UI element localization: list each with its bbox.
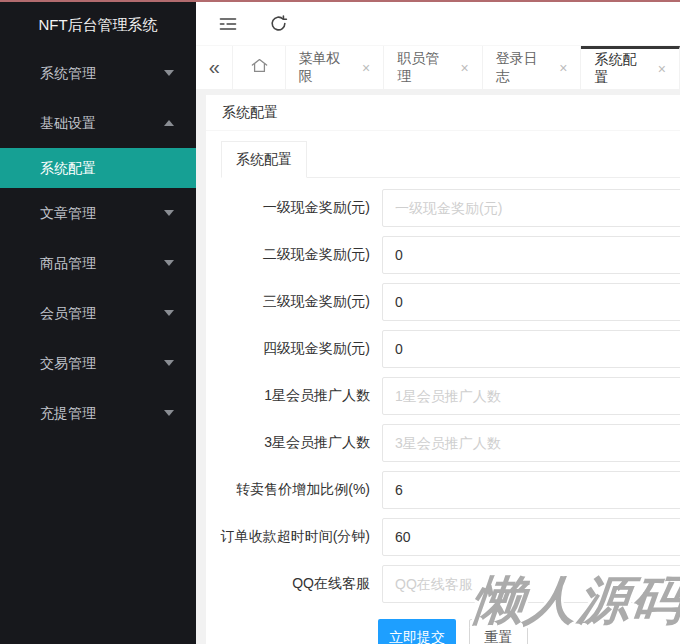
close-icon[interactable]: × xyxy=(461,61,469,75)
field-label: 3星会员推广人数 xyxy=(206,434,382,452)
top-accent-line xyxy=(0,0,680,2)
chevron-up-icon xyxy=(164,120,174,126)
sidebar-nav: 系统管理基础设置系统配置文章管理商品管理会员管理交易管理充提管理 xyxy=(0,48,196,438)
tab-item[interactable]: 登录日志× xyxy=(483,46,582,89)
form-row: 转卖售价增加比例(%) xyxy=(206,471,680,509)
sidebar-item[interactable]: 基础设置 xyxy=(0,98,196,148)
form-row: 订单收款超时时间(分钟) xyxy=(206,518,680,556)
card-title: 系统配置 xyxy=(206,95,680,131)
form-row: 二级现金奖励(元) xyxy=(206,236,680,274)
sidebar-item-label: 会员管理 xyxy=(40,305,96,321)
sidebar-item[interactable]: 文章管理 xyxy=(0,188,196,238)
form-actions: 立即提交 重置 xyxy=(378,619,680,644)
chevron-down-icon xyxy=(164,70,174,76)
tab-bar: « 菜单权限×职员管理×登录日志×系统配置× xyxy=(196,46,680,90)
card-body: 系统配置 一级现金奖励(元)二级现金奖励(元)三级现金奖励(元)四级现金奖励(元… xyxy=(206,131,680,644)
content-area: 系统配置 系统配置 一级现金奖励(元)二级现金奖励(元)三级现金奖励(元)四级现… xyxy=(196,89,680,644)
sidebar-subitem[interactable]: 系统配置 xyxy=(0,148,196,188)
field-input[interactable] xyxy=(382,189,680,227)
form-row: 1星会员推广人数 xyxy=(206,377,680,415)
field-label: 二级现金奖励(元) xyxy=(206,246,382,264)
sidebar-item-label: 充提管理 xyxy=(40,405,96,421)
close-icon[interactable]: × xyxy=(658,62,666,76)
field-label: 1星会员推广人数 xyxy=(206,387,382,405)
chevron-down-icon xyxy=(164,210,174,216)
tabs-collapse-button[interactable]: « xyxy=(196,46,233,89)
inner-tab-strip: 系统配置 xyxy=(221,141,680,178)
sidebar-item[interactable]: 交易管理 xyxy=(0,338,196,388)
toolbar xyxy=(196,2,680,46)
field-input[interactable] xyxy=(382,377,680,415)
shrink-menu-icon xyxy=(218,14,238,34)
sidebar-item-label: 商品管理 xyxy=(40,255,96,271)
field-input[interactable] xyxy=(382,236,680,274)
shrink-menu-button[interactable] xyxy=(208,2,248,45)
form-row: 3星会员推广人数 xyxy=(206,424,680,462)
close-icon[interactable]: × xyxy=(362,61,370,75)
sidebar-item-label: 系统管理 xyxy=(40,65,96,81)
sidebar-item[interactable]: 会员管理 xyxy=(0,288,196,338)
form-row: 一级现金奖励(元) xyxy=(206,189,680,227)
field-input[interactable] xyxy=(382,518,680,556)
tab-label: 菜单权限 xyxy=(299,50,353,86)
sidebar-item[interactable]: 商品管理 xyxy=(0,238,196,288)
sidebar: NFT后台管理系统 系统管理基础设置系统配置文章管理商品管理会员管理交易管理充提… xyxy=(0,2,196,644)
tab-label: 职员管理 xyxy=(397,50,451,86)
main-area: « 菜单权限×职员管理×登录日志×系统配置× 系统配置 系统配置 一级现金奖励(… xyxy=(196,2,680,644)
field-label: QQ在线客服 xyxy=(206,575,382,593)
refresh-icon xyxy=(269,14,288,33)
submit-button[interactable]: 立即提交 xyxy=(378,619,456,644)
form-row: QQ在线客服 xyxy=(206,565,680,603)
sidebar-item-label: 基础设置 xyxy=(40,115,96,131)
field-input[interactable] xyxy=(382,471,680,509)
open-tabs: 菜单权限×职员管理×登录日志×系统配置× xyxy=(286,46,680,89)
field-input[interactable] xyxy=(382,424,680,462)
chevron-down-icon xyxy=(164,360,174,366)
reset-button[interactable]: 重置 xyxy=(469,619,528,644)
field-input[interactable] xyxy=(382,330,680,368)
tab-active[interactable]: 系统配置× xyxy=(581,46,680,89)
form-row: 四级现金奖励(元) xyxy=(206,330,680,368)
tab-label: 系统配置 xyxy=(594,51,648,87)
field-input[interactable] xyxy=(382,565,680,603)
sidebar-item[interactable]: 充提管理 xyxy=(0,388,196,438)
field-label: 四级现金奖励(元) xyxy=(206,340,382,358)
tab-item[interactable]: 菜单权限× xyxy=(286,46,385,89)
field-label: 订单收款超时时间(分钟) xyxy=(206,528,382,546)
close-icon[interactable]: × xyxy=(559,61,567,75)
chevron-down-icon xyxy=(164,260,174,266)
field-label: 三级现金奖励(元) xyxy=(206,293,382,311)
tab-item[interactable]: 职员管理× xyxy=(384,46,483,89)
home-icon xyxy=(250,56,269,79)
sidebar-subitem-label: 系统配置 xyxy=(40,160,96,176)
field-input[interactable] xyxy=(382,283,680,321)
system-config-form: 一级现金奖励(元)二级现金奖励(元)三级现金奖励(元)四级现金奖励(元)1星会员… xyxy=(206,189,680,603)
sidebar-item[interactable]: 系统管理 xyxy=(0,48,196,98)
home-tab[interactable] xyxy=(233,46,285,89)
tab-label: 登录日志 xyxy=(496,50,550,86)
sidebar-item-label: 交易管理 xyxy=(40,355,96,371)
form-row: 三级现金奖励(元) xyxy=(206,283,680,321)
field-label: 转卖售价增加比例(%) xyxy=(206,481,382,499)
settings-card: 系统配置 系统配置 一级现金奖励(元)二级现金奖励(元)三级现金奖励(元)四级现… xyxy=(206,95,680,644)
chevron-down-icon xyxy=(164,310,174,316)
app-title: NFT后台管理系统 xyxy=(0,2,196,48)
field-label: 一级现金奖励(元) xyxy=(206,199,382,217)
sidebar-item-label: 文章管理 xyxy=(40,205,96,221)
refresh-button[interactable] xyxy=(258,2,298,45)
chevron-down-icon xyxy=(164,410,174,416)
inner-tab-system-config[interactable]: 系统配置 xyxy=(221,141,307,178)
